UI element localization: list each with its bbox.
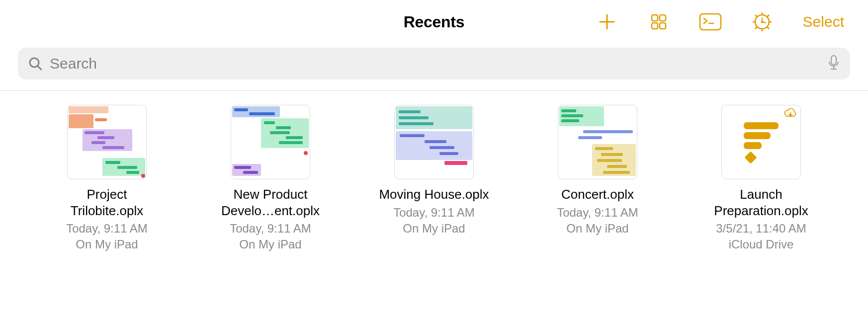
settings-button[interactable] bbox=[751, 11, 773, 33]
file-date: Today, 9:11 AM bbox=[230, 221, 311, 237]
file-item[interactable]: Launch Preparation.oplx 3/5/21, 11:40 AM… bbox=[704, 105, 818, 253]
file-item[interactable]: Concert.oplx Today, 9:11 AM On My iPad bbox=[540, 105, 655, 237]
file-name: Moving House.oplx bbox=[379, 186, 489, 203]
svg-rect-2 bbox=[652, 23, 658, 29]
svg-line-19 bbox=[38, 66, 41, 70]
file-date: 3/5/21, 11:40 AM bbox=[716, 221, 806, 237]
file-thumbnail bbox=[231, 105, 310, 179]
file-name: Project Trilobite.oplx bbox=[50, 186, 164, 219]
svg-line-11 bbox=[755, 15, 757, 17]
file-thumbnail bbox=[558, 105, 637, 179]
terminal-icon bbox=[698, 12, 722, 31]
file-location: On My iPad bbox=[403, 221, 465, 237]
file-name: Launch Preparation.oplx bbox=[704, 186, 818, 219]
view-mode-button[interactable] bbox=[648, 11, 670, 33]
file-location: On My iPad bbox=[239, 237, 301, 252]
nav-actions: Select bbox=[596, 11, 844, 33]
search-icon bbox=[28, 56, 43, 71]
search-input[interactable] bbox=[43, 55, 827, 72]
file-location: iCloud Drive bbox=[729, 237, 794, 252]
svg-rect-1 bbox=[660, 15, 666, 21]
svg-line-14 bbox=[755, 27, 757, 29]
svg-rect-0 bbox=[652, 15, 658, 21]
add-button[interactable] bbox=[596, 11, 618, 33]
file-item[interactable]: Project Trilobite.oplx Today, 9:11 AM On… bbox=[50, 105, 164, 253]
file-item[interactable]: New Product Develo…ent.oplx Today, 9:11 … bbox=[213, 105, 328, 253]
file-thumbnail bbox=[394, 105, 474, 179]
file-date: Today, 9:11 AM bbox=[393, 205, 475, 221]
plus-icon bbox=[597, 12, 617, 32]
page-title: Recents bbox=[404, 13, 464, 31]
search-container bbox=[0, 44, 868, 91]
svg-rect-20 bbox=[831, 56, 836, 65]
svg-rect-4 bbox=[700, 14, 721, 30]
file-date: Today, 9:11 AM bbox=[66, 221, 148, 237]
file-location: On My iPad bbox=[76, 237, 138, 252]
file-thumbnail bbox=[67, 105, 147, 179]
console-button[interactable] bbox=[699, 11, 721, 33]
file-name: New Product Develo…ent.oplx bbox=[213, 186, 328, 219]
file-name: Concert.oplx bbox=[561, 186, 634, 203]
nav-bar: Recents bbox=[0, 0, 868, 44]
svg-rect-3 bbox=[660, 23, 666, 29]
file-grid: Project Trilobite.oplx Today, 9:11 AM On… bbox=[0, 91, 868, 253]
file-location: On My iPad bbox=[566, 221, 628, 237]
search-bar[interactable] bbox=[18, 48, 850, 80]
svg-line-12 bbox=[767, 27, 769, 29]
select-button[interactable]: Select bbox=[803, 13, 844, 30]
cloud-download-icon bbox=[783, 108, 797, 119]
svg-line-13 bbox=[767, 15, 769, 17]
grid-icon bbox=[649, 12, 669, 32]
file-thumbnail bbox=[721, 105, 801, 179]
file-item[interactable]: Moving House.oplx Today, 9:11 AM On My i… bbox=[377, 105, 491, 237]
microphone-icon[interactable] bbox=[827, 55, 840, 73]
gear-icon bbox=[752, 11, 773, 32]
file-date: Today, 9:11 AM bbox=[557, 205, 638, 221]
